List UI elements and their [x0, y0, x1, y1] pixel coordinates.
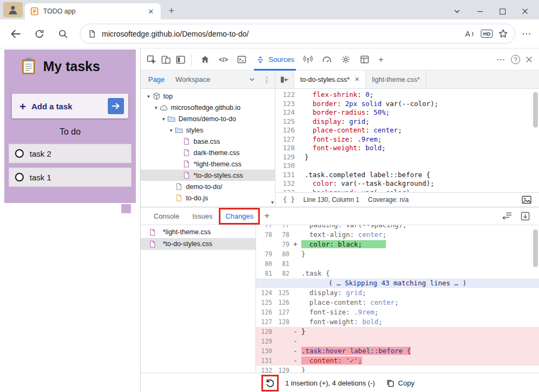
tab-application[interactable]	[355, 49, 374, 71]
code-text: background: var(--color);	[305, 188, 414, 192]
tab-network[interactable]	[299, 49, 317, 71]
tree-item[interactable]: ▾microsoftedge.github.io	[141, 102, 275, 113]
maximize-button[interactable]	[500, 9, 506, 15]
code-text: }	[305, 153, 309, 162]
diff-marker	[289, 288, 301, 298]
new-tab-button[interactable]: +	[166, 5, 177, 16]
chevron-down-icon[interactable]	[453, 8, 461, 15]
diff-new-line-number: 82	[273, 269, 289, 278]
code-token: ;	[395, 298, 399, 306]
tab-close-icon[interactable]: ✕	[146, 6, 156, 17]
code-token: : var(--color);	[353, 188, 414, 192]
diff-navigation-icon[interactable]	[502, 211, 513, 221]
help-icon[interactable]: ?	[511, 55, 520, 64]
code-token: 50%	[374, 108, 386, 116]
close-tab-icon[interactable]: ✕	[355, 76, 360, 83]
revert-button[interactable]	[261, 375, 279, 391]
drawer-tab-issues[interactable]: Issues	[186, 207, 219, 225]
profile-avatar[interactable]	[3, 2, 23, 17]
tree-item[interactable]: ▾styles	[141, 124, 275, 136]
tree-item-label: styles	[186, 127, 203, 134]
tree-item[interactable]: demo-to-do/	[141, 181, 275, 192]
line-number: 123	[275, 100, 300, 109]
image-icon[interactable]	[522, 195, 531, 204]
dock-side-icon[interactable]	[173, 52, 188, 67]
devtools-menu-icon[interactable]: ⋯	[496, 54, 506, 65]
diff-code: .task:hover label::before {	[301, 346, 411, 356]
task-checkbox[interactable]	[15, 149, 24, 158]
browser-tab[interactable]: TODO app ✕	[25, 3, 161, 19]
back-icon[interactable]	[8, 26, 24, 42]
copy-button[interactable]: Copy	[386, 379, 414, 388]
code-token	[305, 117, 313, 125]
browser-menu-icon[interactable]: ⋯	[522, 28, 531, 39]
tree-item[interactable]: to-do.js	[141, 192, 275, 204]
code-text: border-radius: 50%;	[305, 108, 390, 117]
device-toolbar-icon[interactable]	[158, 52, 173, 67]
minimize-button[interactable]	[477, 8, 483, 15]
pretty-print-icon[interactable]: { }	[283, 196, 295, 204]
editor-tab[interactable]: light-theme.css*	[366, 71, 426, 88]
tab-sources[interactable]: Sources	[251, 49, 299, 71]
drawer-tab-console[interactable]: Console	[147, 207, 186, 225]
diff-code: }	[301, 327, 306, 337]
task-checkbox[interactable]	[15, 173, 24, 181]
css-file-icon	[148, 240, 157, 248]
tab-performance[interactable]	[317, 49, 336, 71]
add-task-button[interactable]: + Add a task	[12, 94, 128, 118]
task-item[interactable]: task 1	[9, 167, 132, 187]
close-window-button[interactable]	[522, 8, 528, 15]
drawer-more-tools-button[interactable]: +	[264, 211, 270, 221]
close-devtools-icon[interactable]	[526, 56, 533, 63]
navigator-tab-page[interactable]: Page	[148, 75, 164, 83]
task-item[interactable]: task 2	[9, 144, 132, 163]
code-token: color: black;	[301, 240, 386, 248]
editor-tab[interactable]: to-do-styles.css*✕	[294, 71, 366, 88]
show-navigator-icon[interactable]	[275, 71, 294, 88]
url-text[interactable]: microsoftedge.github.io/Demos/demo-to-do…	[102, 30, 458, 38]
tab-console[interactable]	[232, 49, 251, 71]
expand-arrow-icon[interactable]: ▾	[160, 116, 167, 122]
changed-file-item[interactable]: *light-theme.css	[141, 226, 255, 238]
inspect-element-icon[interactable]	[144, 52, 158, 67]
scroll-down-icon[interactable]: ▾	[271, 199, 274, 205]
code-line: 122 flex-shrink: 0;	[275, 90, 539, 100]
refresh-icon[interactable]	[31, 26, 47, 42]
expand-drawer-icon[interactable]	[520, 211, 530, 221]
expand-arrow-icon[interactable]: ▾	[168, 128, 175, 133]
expand-arrow-icon[interactable]: ▾	[145, 94, 152, 99]
tab-elements[interactable]: </>	[215, 49, 232, 71]
favorites-star-icon[interactable]	[498, 29, 508, 39]
search-icon[interactable]	[55, 26, 71, 42]
chevron-down-icon[interactable]	[248, 76, 255, 83]
tree-item[interactable]: dark-theme.css	[141, 147, 275, 158]
drawer-tab-changes[interactable]: Changes	[219, 208, 260, 225]
line-number: 133	[275, 188, 300, 192]
changes-file-list: *light-theme.css*to-do-styles.css	[141, 225, 256, 373]
tree-item[interactable]: ▾top	[141, 90, 275, 102]
tab-settings-gear[interactable]	[336, 49, 355, 71]
code-token: ;	[365, 117, 370, 125]
tree-item[interactable]: *light-theme.css	[141, 158, 275, 170]
read-aloud-icon[interactable]: A	[464, 29, 475, 39]
site-info-icon[interactable]	[88, 30, 96, 38]
editor-code[interactable]: 122 flex-shrink: 0;123 border: 2px solid…	[275, 89, 539, 192]
submit-arrow-button[interactable]	[108, 98, 124, 114]
diff-old-line-number: 129	[256, 337, 272, 346]
tab-welcome[interactable]	[196, 49, 215, 71]
address-bar[interactable]: microsoftedge.github.io/Demos/demo-to-do…	[80, 24, 515, 44]
navigator-tab-workspace[interactable]: Workspace	[175, 75, 210, 83]
expand-arrow-icon[interactable]: ▾	[153, 105, 160, 110]
folder-file-icon	[167, 115, 176, 123]
tree-item[interactable]: ▾Demos/demo-to-do	[141, 113, 275, 124]
tree-item[interactable]: base.css	[141, 136, 275, 147]
tree-item[interactable]: *to-do-styles.css	[141, 170, 275, 181]
diff-old-line-number: 79	[256, 249, 272, 259]
changed-file-item[interactable]: *to-do-styles.css	[141, 238, 255, 250]
more-tabs-button[interactable]: +	[374, 49, 388, 71]
navigator-more-icon[interactable]: ⋮	[263, 75, 271, 84]
diff-scrollbar[interactable]	[533, 229, 538, 267]
diff-row: 124125 display: grid;	[256, 288, 539, 298]
editor-scrollbar[interactable]	[533, 92, 538, 128]
hd-badge[interactable]: HD	[481, 30, 493, 38]
